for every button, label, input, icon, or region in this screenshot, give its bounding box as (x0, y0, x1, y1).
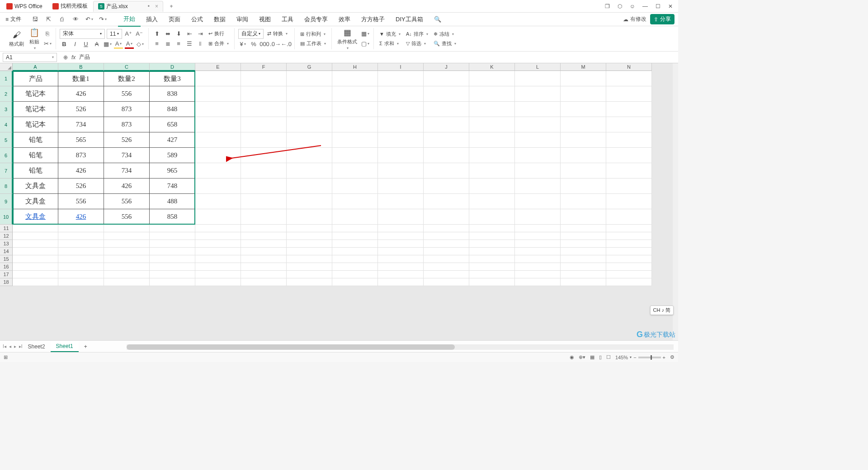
decimal-dec-icon[interactable]: ←.0 (282, 40, 291, 49)
indent-dec-icon[interactable]: ⇤ (185, 29, 194, 38)
fill-color-button[interactable]: A (114, 40, 123, 49)
menu-tab-会员专享[interactable]: 会员专享 (299, 13, 333, 26)
font-name-select[interactable]: 宋体▾ (60, 29, 105, 39)
cell-A10[interactable]: 文具盒 (13, 209, 58, 225)
cell-A13[interactable] (13, 240, 58, 248)
cell-G4[interactable] (287, 117, 332, 132)
cell-B5[interactable]: 565 (58, 132, 104, 148)
cell-C15[interactable] (104, 255, 150, 263)
menu-tab-审阅[interactable]: 审阅 (231, 13, 254, 26)
cell-B3[interactable]: 526 (58, 102, 104, 117)
cell-L7[interactable] (515, 163, 561, 179)
cell-B6[interactable]: 873 (58, 148, 104, 163)
cell-G8[interactable] (287, 179, 332, 194)
cell-B4[interactable]: 734 (58, 117, 104, 132)
cell-G11[interactable] (287, 225, 332, 232)
cell-J18[interactable] (424, 278, 469, 286)
undo-button[interactable]: ↶ (85, 15, 94, 24)
cell-F16[interactable] (241, 263, 287, 271)
zoom-control[interactable]: 145%▾ − + (615, 355, 665, 360)
menu-tab-开始[interactable]: 开始 (118, 12, 141, 27)
cell-K3[interactable] (469, 102, 515, 117)
thousand-icon[interactable]: 000 (260, 40, 269, 49)
cell-D15[interactable] (150, 255, 195, 263)
cell-M15[interactable] (561, 255, 606, 263)
cell-K1[interactable] (469, 71, 515, 86)
cell-A1[interactable]: 产品 (13, 71, 58, 86)
tab-wps-office[interactable]: WPS Office (2, 1, 47, 12)
cell-E5[interactable] (195, 132, 241, 148)
transform-button[interactable]: ⇄转换 (265, 29, 289, 38)
fx-icon[interactable]: fx (71, 54, 75, 61)
cell-L13[interactable] (515, 240, 561, 248)
cell-E12[interactable] (195, 232, 241, 240)
cell-I15[interactable] (378, 255, 424, 263)
row-header-11[interactable]: 11 (0, 225, 13, 232)
cell-N5[interactable] (606, 132, 652, 148)
col-header-C[interactable]: C (104, 63, 150, 71)
cell-K15[interactable] (469, 255, 515, 263)
view-normal-icon[interactable]: ▦ (590, 354, 594, 360)
menu-tab-页面[interactable]: 页面 (163, 13, 186, 26)
cell-D10[interactable]: 858 (150, 209, 195, 225)
cell-N13[interactable] (606, 240, 652, 248)
cell-E1[interactable] (195, 71, 241, 86)
cell-D8[interactable]: 748 (150, 179, 195, 194)
cell-K4[interactable] (469, 117, 515, 132)
cell-A9[interactable]: 文具盒 (13, 194, 58, 209)
percent-icon[interactable]: % (249, 40, 258, 49)
cell-I3[interactable] (378, 102, 424, 117)
cell-L12[interactable] (515, 232, 561, 240)
cell-D12[interactable] (150, 232, 195, 240)
cell-M11[interactable] (561, 225, 606, 232)
cell-A5[interactable]: 铅笔 (13, 132, 58, 148)
col-header-F[interactable]: F (241, 63, 287, 71)
align-top-icon[interactable]: ⬆ (152, 29, 161, 38)
align-bottom-icon[interactable]: ⬇ (174, 29, 183, 38)
cell-H1[interactable] (332, 71, 378, 86)
menu-tab-公式[interactable]: 公式 (186, 13, 208, 26)
zoom-formula-icon[interactable]: ⊕ (63, 54, 68, 61)
cell-G13[interactable] (287, 240, 332, 248)
cell-A3[interactable]: 笔记本 (13, 102, 58, 117)
cell-F14[interactable] (241, 248, 287, 255)
row-header-16[interactable]: 16 (0, 263, 13, 271)
cell-M4[interactable] (561, 117, 606, 132)
row-header-14[interactable]: 14 (0, 248, 13, 255)
modify-badge[interactable]: ☁ 有修改 (623, 15, 646, 23)
select-all-corner[interactable] (0, 63, 13, 71)
window-copy-icon[interactable]: ❐ (604, 3, 610, 9)
scroll-thumb[interactable] (127, 344, 455, 350)
bold-button[interactable]: B (60, 40, 69, 49)
align-center-icon[interactable]: ≣ (163, 39, 172, 48)
cell-F5[interactable] (241, 132, 287, 148)
cell-I13[interactable] (378, 240, 424, 248)
new-tab-button[interactable]: + (167, 2, 176, 11)
cell-J8[interactable] (424, 179, 469, 194)
cell-M5[interactable] (561, 132, 606, 148)
cell-H2[interactable] (332, 86, 378, 102)
rows-cols-button[interactable]: ⊞行和列 (298, 30, 328, 38)
cell-C2[interactable]: 556 (104, 86, 150, 102)
cell-J1[interactable] (424, 71, 469, 86)
cell-J4[interactable] (424, 117, 469, 132)
col-header-G[interactable]: G (287, 63, 332, 71)
cell-N12[interactable] (606, 232, 652, 240)
cell-G17[interactable] (287, 271, 332, 278)
cell-J3[interactable] (424, 102, 469, 117)
cell-H18[interactable] (332, 278, 378, 286)
cell-D13[interactable] (150, 240, 195, 248)
cell-M16[interactable] (561, 263, 606, 271)
cell-H13[interactable] (332, 240, 378, 248)
cell-H5[interactable] (332, 132, 378, 148)
cell-E3[interactable] (195, 102, 241, 117)
cell-D11[interactable] (150, 225, 195, 232)
cell-D9[interactable]: 488 (150, 194, 195, 209)
cell-D4[interactable]: 658 (150, 117, 195, 132)
cell-A15[interactable] (13, 255, 58, 263)
menu-tab-视图[interactable]: 视图 (254, 13, 276, 26)
col-header-M[interactable]: M (561, 63, 606, 71)
cell-M9[interactable] (561, 194, 606, 209)
target-icon[interactable]: ⊕▾ (579, 354, 585, 360)
cell-B14[interactable] (58, 248, 104, 255)
